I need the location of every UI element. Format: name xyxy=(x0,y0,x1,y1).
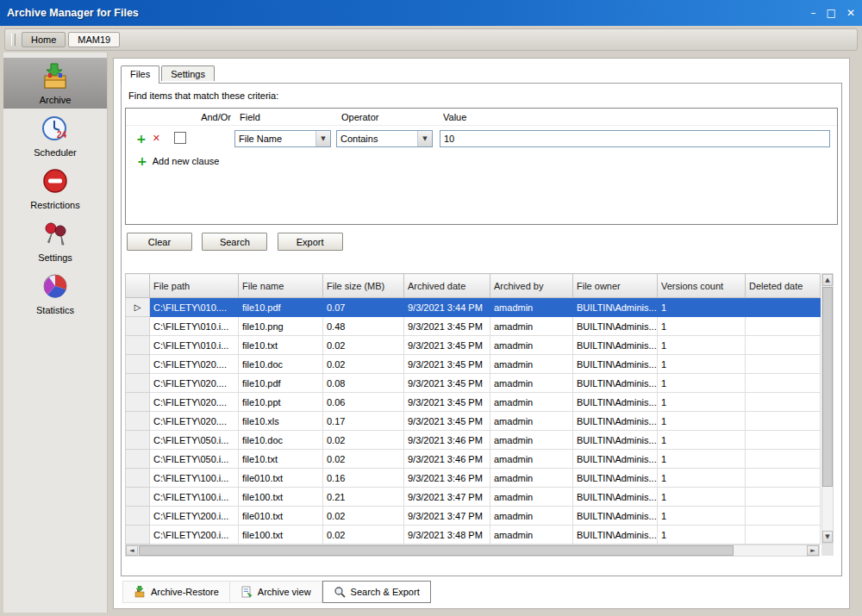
table-row[interactable]: C:\FILETY\020....file10.pdf0.089/3/2021 … xyxy=(126,374,821,393)
table-cell[interactable]: amadmin xyxy=(490,526,573,544)
table-cell[interactable]: amadmin xyxy=(490,431,573,450)
table-cell[interactable]: BUILTIN\Adminis... xyxy=(573,507,658,526)
row-selector[interactable] xyxy=(126,526,150,544)
row-selector[interactable] xyxy=(126,393,150,412)
tab-files[interactable]: Files xyxy=(121,65,159,84)
horizontal-scroll-thumb[interactable] xyxy=(139,545,734,556)
table-cell[interactable]: BUILTIN\Adminis... xyxy=(573,393,658,412)
sidebar-item-restrictions[interactable]: Restrictions xyxy=(3,163,107,214)
table-cell[interactable] xyxy=(746,393,821,412)
table-cell[interactable]: C:\FILETY\050.i... xyxy=(150,431,239,450)
sidebar-item-statistics[interactable]: Statistics xyxy=(3,268,107,319)
table-cell[interactable]: 0.16 xyxy=(323,469,404,488)
toolbar-grip[interactable] xyxy=(11,34,16,46)
close-button[interactable]: ✕ xyxy=(846,8,855,18)
table-cell[interactable] xyxy=(746,336,821,355)
row-selector[interactable] xyxy=(126,450,150,469)
sidebar-item-scheduler[interactable]: 24 Scheduler xyxy=(3,110,107,161)
table-cell[interactable]: BUILTIN\Adminis... xyxy=(573,450,658,469)
tab-search-export[interactable]: Search & Export xyxy=(322,581,431,603)
table-cell[interactable]: BUILTIN\Adminis... xyxy=(573,317,658,336)
sidebar-item-archive[interactable]: Archive xyxy=(3,58,107,109)
delete-criteria-icon[interactable]: ✕ xyxy=(153,134,160,144)
vertical-scrollbar[interactable]: ▲ ▼ xyxy=(821,273,834,544)
table-cell[interactable] xyxy=(746,469,821,488)
table-cell[interactable]: 9/3/2021 3:45 PM xyxy=(404,336,490,355)
table-row[interactable]: C:\FILETY\200.i...file010.txt0.029/3/202… xyxy=(126,507,821,526)
table-row[interactable]: C:\FILETY\100.i...file010.txt0.169/3/202… xyxy=(126,469,821,488)
row-selector[interactable] xyxy=(126,507,150,526)
horizontal-scroll-track[interactable] xyxy=(138,545,807,556)
table-cell[interactable]: 9/3/2021 3:44 PM xyxy=(404,298,490,317)
maximize-button[interactable]: □ xyxy=(827,8,836,18)
table-row[interactable]: C:\FILETY\010.i...file10.txt0.029/3/2021… xyxy=(126,336,821,355)
table-cell[interactable]: amadmin xyxy=(490,412,573,431)
table-cell[interactable]: file10.doc xyxy=(239,431,323,450)
table-cell[interactable]: C:\FILETY\010.... xyxy=(150,298,239,317)
table-cell[interactable]: 0.02 xyxy=(323,507,404,526)
table-cell[interactable] xyxy=(746,431,821,450)
table-cell[interactable] xyxy=(746,355,821,374)
table-cell[interactable]: 9/3/2021 3:46 PM xyxy=(404,431,490,450)
table-cell[interactable]: file100.txt xyxy=(239,488,323,507)
table-cell[interactable]: 1 xyxy=(658,412,746,431)
table-cell[interactable]: 0.02 xyxy=(323,431,404,450)
table-cell[interactable]: BUILTIN\Adminis... xyxy=(573,469,658,488)
export-button[interactable]: Export xyxy=(278,233,343,251)
toolbar-mam19-button[interactable]: MAM19 xyxy=(68,32,120,47)
table-cell[interactable]: C:\FILETY\050.i... xyxy=(150,450,239,469)
table-cell[interactable]: 1 xyxy=(658,488,746,507)
table-row[interactable]: C:\FILETY\050.i...file10.doc0.029/3/2021… xyxy=(126,431,821,450)
tab-archive-restore[interactable]: Archive-Restore xyxy=(122,581,230,603)
table-cell[interactable]: file10.png xyxy=(239,317,323,336)
table-cell[interactable]: file10.txt xyxy=(239,450,323,469)
table-row[interactable]: C:\FILETY\050.i...file10.txt0.029/3/2021… xyxy=(126,450,821,469)
column-header[interactable]: Deleted date xyxy=(746,274,821,298)
table-cell[interactable]: C:\FILETY\100.i... xyxy=(150,469,239,488)
sidebar-item-settings[interactable]: Settings xyxy=(3,215,107,266)
table-cell[interactable] xyxy=(746,317,821,336)
row-selector[interactable] xyxy=(126,412,150,431)
table-cell[interactable]: C:\FILETY\020.... xyxy=(150,412,239,431)
table-cell[interactable]: C:\FILETY\200.i... xyxy=(150,526,239,544)
table-cell[interactable]: file10.txt xyxy=(239,336,323,355)
table-cell[interactable]: 0.02 xyxy=(323,526,404,544)
table-cell[interactable]: 1 xyxy=(658,336,746,355)
table-cell[interactable]: 1 xyxy=(658,431,746,450)
table-row[interactable]: C:\FILETY\100.i...file100.txt0.219/3/202… xyxy=(126,488,821,507)
table-cell[interactable]: 0.02 xyxy=(323,336,404,355)
table-cell[interactable]: amadmin xyxy=(490,298,573,317)
table-cell[interactable]: amadmin xyxy=(490,355,573,374)
scroll-left-icon[interactable]: ◄ xyxy=(126,545,138,556)
row-selector-header[interactable] xyxy=(126,274,150,298)
table-cell[interactable] xyxy=(746,526,821,544)
table-cell[interactable]: C:\FILETY\020.... xyxy=(150,393,239,412)
table-cell[interactable]: 1 xyxy=(658,507,746,526)
table-cell[interactable]: 0.07 xyxy=(323,298,404,317)
table-cell[interactable]: amadmin xyxy=(490,336,573,355)
table-row[interactable]: C:\FILETY\020....file10.doc0.029/3/2021 … xyxy=(126,355,821,374)
table-cell[interactable]: amadmin xyxy=(490,374,573,393)
table-cell[interactable]: 0.02 xyxy=(323,450,404,469)
table-row[interactable]: C:\FILETY\020....file10.ppt0.069/3/2021 … xyxy=(126,393,821,412)
chevron-down-icon[interactable]: ▼ xyxy=(315,131,330,146)
toolbar-home-button[interactable]: Home xyxy=(22,32,66,47)
table-cell[interactable]: amadmin xyxy=(490,488,573,507)
horizontal-scrollbar[interactable]: ◄ ► xyxy=(125,544,820,557)
table-cell[interactable] xyxy=(746,374,821,393)
table-cell[interactable]: BUILTIN\Adminis... xyxy=(573,488,658,507)
table-cell[interactable]: amadmin xyxy=(490,393,573,412)
table-cell[interactable]: C:\FILETY\020.... xyxy=(150,355,239,374)
table-cell[interactable] xyxy=(746,298,821,317)
table-cell[interactable]: file10.pdf xyxy=(239,298,323,317)
table-cell[interactable]: 0.06 xyxy=(323,393,404,412)
table-cell[interactable]: 1 xyxy=(658,469,746,488)
field-dropdown[interactable]: File Name ▼ xyxy=(234,130,331,147)
table-cell[interactable] xyxy=(746,507,821,526)
table-cell[interactable]: C:\FILETY\010.i... xyxy=(150,317,239,336)
table-cell[interactable]: 0.02 xyxy=(323,355,404,374)
table-row[interactable]: ▷C:\FILETY\010....file10.pdf0.079/3/2021… xyxy=(126,298,821,317)
table-cell[interactable]: BUILTIN\Adminis... xyxy=(573,336,658,355)
table-cell[interactable]: 1 xyxy=(658,526,746,544)
table-cell[interactable]: 1 xyxy=(658,317,746,336)
